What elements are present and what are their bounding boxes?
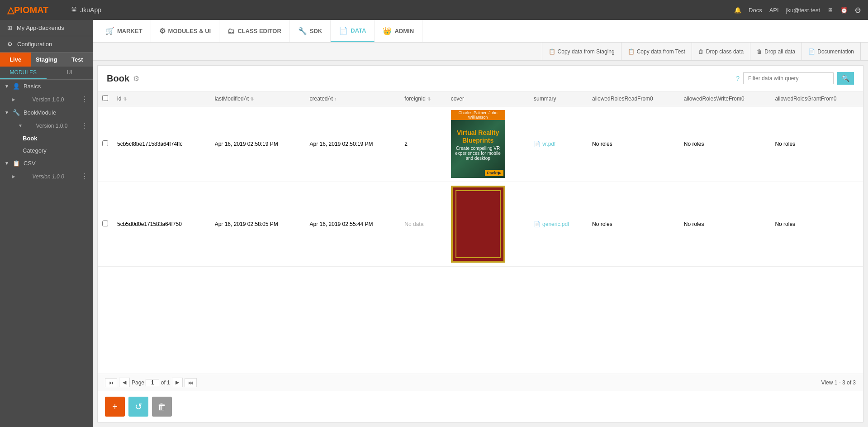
subnav-copy-staging[interactable]: 📋 Copy data from Staging xyxy=(542,43,621,60)
sort-id-icon[interactable]: ⇅ xyxy=(123,96,127,101)
bell-icon[interactable]: 🔔 xyxy=(734,7,741,14)
admin-label: ADMIN xyxy=(394,28,414,34)
page-number-input[interactable] xyxy=(146,379,159,386)
sidebar-item-configuration[interactable]: ⚙ Configuration xyxy=(0,36,93,52)
filter-search-button[interactable]: 🔍 xyxy=(837,72,854,85)
market-label: MARKET xyxy=(117,28,142,34)
filter-area: ? 🔍 xyxy=(736,72,854,85)
row2-summary: 📄 generic.pdf xyxy=(529,182,588,267)
person-icon: 👤 xyxy=(13,83,20,90)
pagination-prev[interactable]: ◀ xyxy=(119,378,130,387)
basics-version-menu[interactable]: ⋮ xyxy=(81,95,88,104)
api-link[interactable]: API xyxy=(769,7,779,14)
nav-admin[interactable]: 👑 ADMIN xyxy=(375,20,422,42)
file-icon-2: 📄 xyxy=(534,221,541,227)
refresh-button[interactable]: ↺ xyxy=(128,397,148,417)
filter-help-icon[interactable]: ? xyxy=(736,75,740,82)
of-label: of xyxy=(161,379,166,386)
row1-summary-file[interactable]: 📄 vr.pdf xyxy=(534,141,583,147)
page-settings-icon[interactable]: ⚙ xyxy=(133,74,139,83)
subnav-documentation[interactable]: 📄 Documentation xyxy=(802,43,861,60)
tab-staging[interactable]: Staging xyxy=(31,53,62,67)
row1-allowed-write: No roles xyxy=(679,106,771,182)
logo: △PIOMAT xyxy=(7,5,48,15)
apps-icon: ⊞ xyxy=(7,24,12,31)
vr-cover-author: Charles Palmer, John Williamson xyxy=(451,110,505,120)
configuration-label: Configuration xyxy=(17,41,52,48)
add-button[interactable]: + xyxy=(105,397,125,417)
admin-icon: 👑 xyxy=(383,27,392,35)
row2-checkbox[interactable] xyxy=(102,221,108,226)
pagination-last[interactable]: ⏭ xyxy=(185,378,197,387)
basics-version: Version 1.0.0 xyxy=(32,96,64,103)
modules-icon: ⚙ xyxy=(159,27,166,35)
row2-id: 5cb5d0d0e171583a64f750 xyxy=(113,182,210,267)
tab-test[interactable]: Test xyxy=(62,53,93,67)
sidebar-item-my-app-backends[interactable]: ⊞ My App-Backends xyxy=(0,20,93,36)
power-icon[interactable]: ⏻ xyxy=(855,7,861,14)
row2-check-cell xyxy=(98,182,113,267)
subnav-drop-all[interactable]: 🗑 Drop all data xyxy=(750,43,802,60)
bookmodule-version-menu[interactable]: ⋮ xyxy=(81,121,88,130)
row2-allowed-write: No roles xyxy=(679,182,771,267)
table-head: id ⇅ lastModifiedAt ⇅ createdAt ↑ foreig… xyxy=(98,91,863,106)
select-all-checkbox[interactable] xyxy=(102,95,108,101)
time-icon[interactable]: ⏰ xyxy=(840,7,848,14)
vr-cover-subtitle: Create compelling VR experiences for mob… xyxy=(454,146,503,161)
page-input-area xyxy=(146,379,161,386)
filter-input[interactable] xyxy=(743,72,834,84)
subnav-drop-class[interactable]: 🗑 Drop class data xyxy=(692,43,750,60)
sort-lastmodified-icon[interactable]: ⇅ xyxy=(250,96,254,101)
topbar: △PIOMAT 🏛 JkuApp 🔔 Docs API jku@test.tes… xyxy=(0,0,868,20)
screen-icon[interactable]: 🖥 xyxy=(827,7,833,14)
sidebar-item-book[interactable]: Book xyxy=(6,132,93,144)
row2-nodata: No data xyxy=(404,221,423,227)
docs-link[interactable]: Docs xyxy=(749,7,762,14)
page-header: Book ⚙ ? 🔍 xyxy=(98,66,863,91)
subnav: 📋 Copy data from Staging 📋 Copy data fro… xyxy=(93,43,868,61)
logo-text: △PIOMAT xyxy=(7,5,48,15)
tab-live[interactable]: Live xyxy=(0,53,31,67)
nav-class-editor[interactable]: 🗂 CLASS EDITOR xyxy=(219,20,290,42)
csv-version-menu[interactable]: ⋮ xyxy=(81,172,88,181)
col-header-foreignid: foreignId ⇅ xyxy=(400,91,446,106)
page-title-area: Book ⚙ xyxy=(107,73,139,84)
row2-cover xyxy=(446,182,529,267)
nav-market[interactable]: 🛒 MARKET xyxy=(97,20,151,42)
pagination-next[interactable]: ▶ xyxy=(172,378,183,387)
col-header-allowed-read: allowedRolesReadFrom0 xyxy=(588,91,679,106)
col-header-allowed-grant: allowedRolesGrantFrom0 xyxy=(770,91,863,106)
nav-sdk[interactable]: 🔧 SDK xyxy=(290,20,331,42)
row2-summary-file[interactable]: 📄 generic.pdf xyxy=(534,221,583,227)
tab-modules[interactable]: MODULES xyxy=(0,67,47,79)
chevron-right-icon: ▶ xyxy=(12,97,15,102)
sort-createdat-icon[interactable]: ↑ xyxy=(334,96,337,101)
nav-data[interactable]: 📄 DATA xyxy=(331,20,375,42)
sort-foreignid-icon[interactable]: ⇅ xyxy=(427,96,431,101)
nav-modules-ui[interactable]: ⚙ MODULES & UI xyxy=(151,20,220,42)
sidebar-group-csv: ▼ 📋 CSV ▶ Version 1.0.0 ⋮ xyxy=(0,157,93,183)
sidebar-group-csv-header[interactable]: ▼ 📋 CSV xyxy=(0,157,93,170)
user-email[interactable]: jku@test.test xyxy=(786,7,820,14)
pagination-first[interactable]: ⏮ xyxy=(105,378,117,387)
building-icon: 🏛 xyxy=(71,6,77,14)
delete-button[interactable]: 🗑 xyxy=(152,397,172,417)
market-icon: 🛒 xyxy=(105,27,114,35)
chevron-right-icon-2: ▶ xyxy=(12,174,15,179)
sidebar-item-category[interactable]: Category xyxy=(6,144,93,157)
drop-class-icon: 🗑 xyxy=(698,48,704,55)
sidebar-group-bookmodule-header[interactable]: ▼ 🔧 BookModule xyxy=(0,106,93,119)
sdk-label: SDK xyxy=(310,28,322,34)
row1-foreignid: 2 xyxy=(400,106,446,182)
chevron-down-icon-3: ▼ xyxy=(18,123,23,128)
wrench-icon: 🔧 xyxy=(13,109,20,116)
data-table: id ⇅ lastModifiedAt ⇅ createdAt ↑ foreig… xyxy=(98,91,863,267)
modules-ui-label: MODULES & UI xyxy=(168,28,211,34)
sidebar-group-basics-header[interactable]: ▼ 👤 Basics xyxy=(0,80,93,93)
tab-ui[interactable]: UI xyxy=(47,67,93,79)
csv-icon: 📋 xyxy=(13,160,20,167)
bookmodule-label: BookModule xyxy=(24,109,56,116)
subnav-copy-test[interactable]: 📋 Copy data from Test xyxy=(621,43,692,60)
basics-version-row: ▶ Version 1.0.0 ⋮ xyxy=(0,93,93,106)
row1-checkbox[interactable] xyxy=(102,140,108,146)
